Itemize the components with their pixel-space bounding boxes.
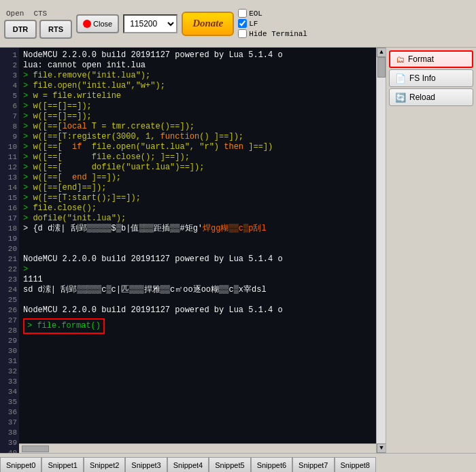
reload-button[interactable]: 🔄 Reload xyxy=(389,88,473,106)
hide-terminal-row: Hide Terminal xyxy=(238,29,307,38)
format-button[interactable]: 🗂 Format xyxy=(389,50,473,68)
snippet-tab-6[interactable]: Snippet6 xyxy=(251,457,292,472)
h-scroll-thumb[interactable] xyxy=(22,445,49,452)
toolbar: Open CTS DTR RTS Close 115200 Donate EOL… xyxy=(0,0,476,48)
snippet-tab-8[interactable]: Snippet8 xyxy=(335,457,376,472)
terminal-line xyxy=(23,244,372,254)
terminal-line: > dofile("init.lua"); xyxy=(23,214,372,224)
eol-label: EOL xyxy=(249,10,262,18)
open-label: Open xyxy=(4,9,26,18)
hide-terminal-label: Hide Terminal xyxy=(249,30,307,38)
close-icon xyxy=(83,20,91,28)
fsinfo-label: FS Info xyxy=(409,73,436,83)
snippet-tab-5[interactable]: Snippet5 xyxy=(209,457,250,472)
terminal-line: > w([==[ dofile("uart.lua")==]); xyxy=(23,163,372,173)
terminal-line: > w([==[]==]); xyxy=(23,112,372,122)
donate-button[interactable]: Donate xyxy=(182,12,234,36)
btn-group: DTR RTS xyxy=(4,20,72,39)
terminal-line: > w = file.writeline xyxy=(23,91,372,101)
format-label: Format xyxy=(408,54,434,64)
terminal-wrapper: NodeMCU 2.2.0.0 build 20191127 powered b… xyxy=(19,48,376,453)
scroll-down-arrow[interactable]: ▼ xyxy=(377,443,386,453)
line-numbers: 12345 678910 1112131415 1617181920 21222… xyxy=(0,48,19,453)
snippet-tab-2[interactable]: Snippet2 xyxy=(84,457,125,472)
lf-label: LF xyxy=(249,20,258,28)
scroll-track[interactable] xyxy=(377,57,386,443)
h-scrollbar[interactable] xyxy=(19,443,376,453)
baud-rate-select[interactable]: 115200 xyxy=(123,14,177,33)
terminal-line: > w([==[end]==]); xyxy=(23,183,372,193)
close-button[interactable]: Close xyxy=(76,14,119,33)
snippet-tab-3[interactable]: Snippet3 xyxy=(125,457,167,472)
scroll-thumb[interactable] xyxy=(377,57,386,78)
command-input-area[interactable]: > file.format() xyxy=(23,318,105,334)
terminal-line: > w([==[T:start();]==]); xyxy=(23,193,372,203)
snippet-tab-7[interactable]: Snippet7 xyxy=(292,457,334,472)
reload-icon: 🔄 xyxy=(395,92,406,103)
terminal-line: > xyxy=(23,265,372,275)
terminal-line: > file.open("init.lua","w+"); xyxy=(23,81,372,91)
terminal-line: > w([==[]==]); xyxy=(23,101,372,112)
terminal-line: > file.remove("init.lua"); xyxy=(23,71,372,81)
snippet-tab-4[interactable]: Snippet4 xyxy=(167,457,209,472)
terminal[interactable]: NodeMCU 2.2.0.0 build 20191127 powered b… xyxy=(19,48,376,443)
hide-terminal-checkbox[interactable] xyxy=(238,29,247,38)
terminal-line: 1111 xyxy=(23,275,372,285)
scroll-up-arrow[interactable]: ▲ xyxy=(377,48,386,57)
eol-checkbox[interactable] xyxy=(238,9,247,18)
terminal-line xyxy=(23,295,372,305)
format-icon: 🗂 xyxy=(396,54,405,65)
terminal-line: > w([==[ file.close(); ]==]); xyxy=(23,152,372,163)
terminal-line: > {d d溹| 刮郢▒▒▒▒▒$▒b|值▒▒▒距插▒▒#矩g'焊gg糊▒▒c▒… xyxy=(23,224,372,234)
terminal-line xyxy=(23,234,372,244)
snippet-tab-0[interactable]: Snippet0 xyxy=(0,457,41,472)
terminal-line: NodeMCU 2.2.0.0 build 20191127 powered b… xyxy=(23,50,372,61)
fsinfo-icon: 📄 xyxy=(395,73,406,84)
left-panel: 12345 678910 1112131415 1617181920 21222… xyxy=(0,48,386,453)
lf-checkbox[interactable] xyxy=(238,19,247,28)
close-label: Close xyxy=(93,20,112,28)
terminal-line: > w([==[ if file.open("uart.lua", "r") t… xyxy=(23,142,372,152)
terminal-line: > w([==[local T = tmr.create()==]); xyxy=(23,122,372,132)
terminal-line: NodeMCU 2.2.0.0 build 20191127 powered b… xyxy=(23,305,372,316)
terminal-line: lua: cannot open init.lua xyxy=(23,61,372,71)
snippet-tabs: Snippet0 Snippet1 Snippet2 Snippet3 Snip… xyxy=(0,453,476,472)
terminal-line: > w([==[T:register(3000, 1, function() ]… xyxy=(23,132,372,142)
right-panel: 🗂 Format 📄 FS Info 🔄 Reload xyxy=(386,48,476,453)
toolbar-left: Open CTS DTR RTS xyxy=(4,9,72,39)
terminal-line: sd d溹| 刮郢▒▒▒▒▒c▒c|匹▒▒▒捍雅▒▒c㎡oo逐oo糊▒▒c▒x宰… xyxy=(23,285,372,295)
snippet-tab-1[interactable]: Snippet1 xyxy=(41,457,83,472)
v-scrollbar[interactable]: ▲ ▼ xyxy=(376,48,386,453)
dtr-button[interactable]: DTR xyxy=(4,20,37,39)
rts-button[interactable]: RTS xyxy=(39,20,72,39)
cts-label: CTS xyxy=(31,9,49,18)
eol-row: EOL xyxy=(238,9,307,18)
eol-group: EOL LF Hide Terminal xyxy=(238,9,307,38)
command-line: > file.format() xyxy=(27,321,101,331)
fsinfo-button[interactable]: 📄 FS Info xyxy=(389,69,473,87)
terminal-line: > file.close(); xyxy=(23,203,372,214)
terminal-line: NodeMCU 2.2.0.0 build 20191127 powered b… xyxy=(23,254,372,265)
reload-label: Reload xyxy=(409,92,435,102)
lf-row: LF xyxy=(238,19,307,28)
main-area: 12345 678910 1112131415 1617181920 21222… xyxy=(0,48,476,453)
terminal-line: > w([==[ end ]==]); xyxy=(23,173,372,183)
